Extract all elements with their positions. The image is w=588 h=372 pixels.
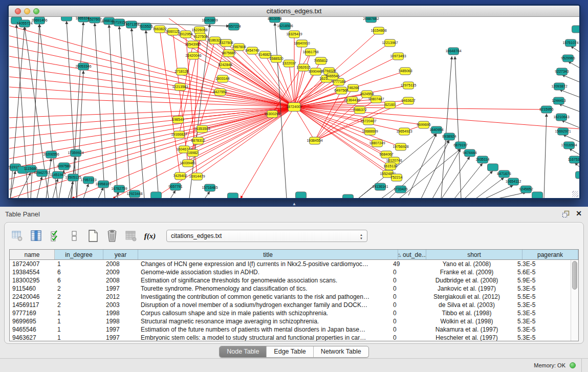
graph-edge[interactable]	[188, 43, 226, 163]
graph-edge[interactable]	[315, 91, 341, 141]
column-header-in_degree[interactable]: in_degree	[55, 250, 103, 259]
cell-in_degree[interactable]: 2	[55, 285, 103, 293]
cell-title[interactable]: Embryonic stem cells: a model to study s…	[138, 334, 390, 341]
cell-out_de[interactable]: 0	[390, 301, 419, 309]
cell-in_degree[interactable]: 1	[55, 260, 103, 268]
column-header-year[interactable]: year	[103, 250, 138, 259]
cell-out_de[interactable]: 0	[390, 276, 419, 285]
cell-title[interactable]: Disruption of a novel member of a sodium…	[138, 301, 390, 309]
graph-edge[interactable]	[432, 149, 461, 198]
cell-out_de[interactable]: 0	[390, 268, 419, 276]
cell-short[interactable]: Franke et al. (2009)	[419, 268, 515, 276]
graph-edge[interactable]	[46, 158, 51, 198]
cell-name[interactable]: 9699695	[10, 317, 55, 325]
table-vertical-scrollbar[interactable]	[571, 260, 578, 341]
network-table-selector[interactable]: citations_edges.txt ▲▼	[166, 230, 367, 242]
table-row[interactable]: 1830029562008Estimation of significance …	[10, 276, 571, 285]
cell-name[interactable]: 9115460	[10, 285, 55, 293]
graph-edge[interactable]	[9, 107, 294, 148]
cell-year[interactable]: 1997	[103, 325, 138, 334]
graph-edge[interactable]	[119, 26, 130, 198]
cell-pagerank[interactable]: 5.3E-5	[515, 285, 571, 293]
table-row[interactable]: 1938455462009Genome-wide association stu…	[10, 268, 571, 276]
cell-name[interactable]: 18724007	[10, 260, 55, 268]
column-header-name[interactable]: name	[10, 250, 55, 259]
cell-out_de[interactable]: 0	[390, 317, 419, 325]
graph-node[interactable]	[61, 17, 72, 21]
cell-short[interactable]: Stergiakouli et al. (2012)	[419, 293, 515, 301]
cell-name[interactable]: 9777169	[10, 309, 55, 317]
cell-title[interactable]: Estimation of the future numbers of pati…	[138, 325, 390, 334]
cell-year[interactable]: 2003	[103, 301, 138, 309]
cell-name[interactable]: 18300295	[10, 276, 55, 285]
table-row[interactable]: 1872400712008Changes of HCN gene express…	[10, 260, 571, 268]
select-all-icon[interactable]	[49, 229, 62, 243]
new-table-icon[interactable]	[86, 229, 100, 243]
graph-edge[interactable]	[441, 56, 452, 198]
cell-in_degree[interactable]: 1	[55, 325, 103, 334]
cell-year[interactable]: 1997	[103, 334, 138, 341]
cell-out_de[interactable]: 0	[390, 285, 419, 293]
cell-in_degree[interactable]: 2	[55, 301, 103, 309]
cell-title[interactable]: Changes of HCN gene expression and I(f) …	[138, 260, 390, 268]
column-header-title[interactable]: title	[138, 250, 398, 259]
graph-edge[interactable]	[465, 171, 493, 198]
cell-short[interactable]: Dudbridge et al. (2008)	[419, 276, 515, 285]
graph-node[interactable]	[572, 26, 580, 33]
cell-title[interactable]: Estimation of significance thresholds fo…	[138, 276, 390, 285]
cell-pagerank[interactable]: 5.9E-5	[515, 276, 571, 285]
tab-edge-table[interactable]: Edge Table	[267, 346, 313, 357]
cell-short[interactable]: Nakamura et al. (1997)	[419, 325, 515, 334]
graph-edge[interactable]	[146, 30, 159, 198]
cell-short[interactable]: Yano et al. (2008)	[419, 260, 515, 268]
graph-node[interactable]	[343, 194, 354, 198]
cell-in_degree[interactable]: 1	[55, 317, 103, 325]
table-row[interactable]: 2242004622012Investigating the contribut…	[10, 293, 571, 301]
network-graph-canvas[interactable]: 1405572420691406106532471527602696616010…	[9, 17, 579, 198]
scrollbar-thumb[interactable]	[572, 261, 577, 290]
show-columns-icon[interactable]	[30, 229, 43, 243]
window-resize-grip[interactable]	[572, 191, 578, 197]
cell-short[interactable]: Jankovic et al. (1997)	[419, 285, 515, 293]
graph-edge[interactable]	[9, 77, 294, 107]
graph-node[interactable]	[532, 192, 543, 198]
unselect-all-icon[interactable]	[68, 229, 81, 243]
graph-edge[interactable]	[95, 23, 105, 198]
cell-pagerank[interactable]: 5.5E-5	[515, 293, 571, 301]
graph-node[interactable]	[576, 171, 580, 179]
graph-edge[interactable]	[568, 61, 579, 72]
cell-in_degree[interactable]: 6	[55, 268, 103, 276]
cell-short[interactable]: de Silva et al. (2003)	[419, 301, 515, 309]
graph-edge[interactable]	[294, 107, 404, 132]
graph-edge[interactable]	[114, 192, 119, 198]
graph-edge[interactable]	[399, 149, 461, 198]
cell-out_de[interactable]: 49	[390, 260, 419, 268]
cell-name[interactable]: 9465546	[10, 325, 55, 334]
cell-pagerank[interactable]: 5.3E-5	[515, 301, 571, 309]
cell-in_degree[interactable]: 1	[55, 309, 103, 317]
cell-title[interactable]: Investigating the contribution of common…	[138, 293, 390, 301]
cell-pagerank[interactable]: 5.3E-5	[515, 309, 571, 317]
column-header-short[interactable]: short	[426, 250, 522, 259]
cell-in_degree[interactable]: 2	[55, 293, 103, 301]
cell-pagerank[interactable]: 5.3E-5	[515, 325, 571, 334]
table-settings-icon[interactable]	[11, 229, 24, 243]
graph-edge[interactable]	[98, 187, 103, 198]
graph-edge[interactable]	[408, 134, 437, 195]
cell-out_de[interactable]: 0	[390, 334, 419, 341]
cell-pagerank[interactable]: 5.6E-5	[515, 268, 571, 276]
table-row[interactable]: 946362711997Embryonic stem cells: a mode…	[10, 334, 571, 341]
graph-edge[interactable]	[498, 192, 526, 198]
cell-short[interactable]: Tibbo et al. (1998)	[419, 309, 515, 317]
table-row[interactable]: 911546021997Tourette syndrome. Phenomeno…	[10, 285, 571, 293]
panel-splitter-handle[interactable]: ▲	[291, 202, 298, 206]
cell-year[interactable]: 2008	[103, 276, 138, 285]
graph-edge[interactable]	[455, 56, 461, 198]
graph-edge[interactable]	[113, 107, 294, 198]
delete-table-icon[interactable]	[105, 229, 119, 243]
graph-edge[interactable]	[72, 22, 83, 198]
float-window-icon[interactable]	[562, 210, 570, 218]
graph-edge[interactable]	[205, 191, 210, 198]
table-row[interactable]: 977716911998Corpus callosum shape and si…	[10, 309, 571, 317]
cell-out_de[interactable]: 0	[390, 325, 419, 334]
